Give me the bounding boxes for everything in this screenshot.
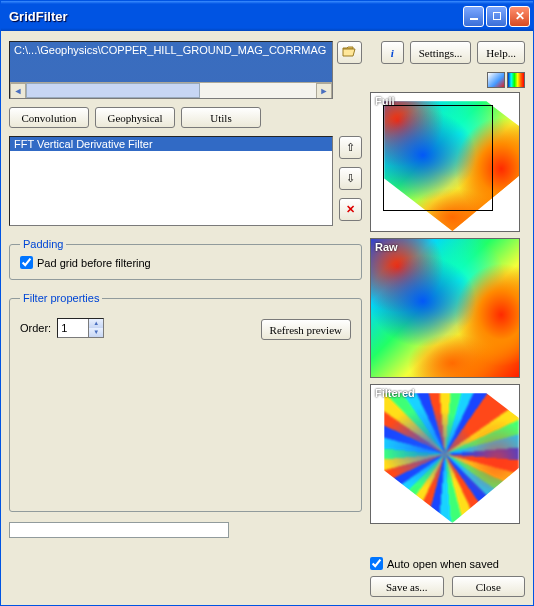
utils-tab-button[interactable]: Utils xyxy=(181,107,261,128)
move-filter-up-button[interactable]: ⇧ xyxy=(339,136,362,159)
folder-open-icon xyxy=(342,45,357,60)
order-label: Order: xyxy=(20,322,51,334)
preview-raw[interactable]: Raw xyxy=(370,238,520,378)
preview-filtered-label: Filtered xyxy=(375,387,415,399)
order-spinner[interactable]: ▲ ▼ xyxy=(57,318,104,338)
spinner-up-button[interactable]: ▲ xyxy=(88,319,103,328)
palette-button[interactable] xyxy=(507,72,525,88)
refresh-preview-button[interactable]: Refresh preview xyxy=(261,319,351,340)
info-button[interactable]: i xyxy=(381,41,404,64)
auto-open-label: Auto open when saved xyxy=(387,558,499,570)
filter-list-item[interactable]: FFT Vertical Derivative Filter xyxy=(10,137,332,151)
padding-group: Padding Pad grid before filtering xyxy=(9,238,362,280)
remove-filter-button[interactable]: ✕ xyxy=(339,198,362,221)
pad-grid-label: Pad grid before filtering xyxy=(37,257,151,269)
scroll-track[interactable] xyxy=(26,83,316,98)
preview-raw-label: Raw xyxy=(375,241,398,253)
auto-open-row[interactable]: Auto open when saved xyxy=(370,557,525,570)
geophysical-tab-button[interactable]: Geophysical xyxy=(95,107,175,128)
progress-bar xyxy=(9,522,229,538)
histogram-stretch-button[interactable] xyxy=(487,72,505,88)
applied-filters-list[interactable]: FFT Vertical Derivative Filter xyxy=(9,136,333,226)
maximize-button[interactable] xyxy=(486,6,507,27)
scroll-left-arrow-icon[interactable]: ◄ xyxy=(10,83,26,99)
minimize-button[interactable] xyxy=(463,6,484,27)
open-file-button[interactable] xyxy=(337,41,362,64)
window-title: GridFilter xyxy=(9,9,461,24)
horizontal-scrollbar[interactable]: ◄ ► xyxy=(10,82,332,98)
order-input[interactable] xyxy=(58,319,88,337)
padding-legend: Padding xyxy=(20,238,66,250)
titlebar: GridFilter ✕ xyxy=(1,1,533,31)
delete-x-icon: ✕ xyxy=(346,203,355,216)
arrow-up-icon: ⇧ xyxy=(346,141,355,154)
filter-properties-legend: Filter properties xyxy=(20,292,102,304)
scroll-right-arrow-icon[interactable]: ► xyxy=(316,83,332,99)
pad-grid-checkbox-row[interactable]: Pad grid before filtering xyxy=(20,256,351,269)
move-filter-down-button[interactable]: ⇩ xyxy=(339,167,362,190)
close-button[interactable]: Close xyxy=(452,576,526,597)
filter-properties-group: Filter properties Order: ▲ ▼ Refresh pre… xyxy=(9,292,362,512)
settings-button[interactable]: Settings... xyxy=(410,41,472,64)
convolution-tab-button[interactable]: Convolution xyxy=(9,107,89,128)
pad-grid-checkbox[interactable] xyxy=(20,256,33,269)
save-as-button[interactable]: Save as... xyxy=(370,576,444,597)
preview-full[interactable]: Full xyxy=(370,92,520,232)
window-close-button[interactable]: ✕ xyxy=(509,6,530,27)
file-path-item[interactable]: C:\...\Geophysics\COPPER_HILL_GROUND_MAG… xyxy=(10,42,332,58)
arrow-down-icon: ⇩ xyxy=(346,172,355,185)
auto-open-checkbox[interactable] xyxy=(370,557,383,570)
preview-filtered[interactable]: Filtered xyxy=(370,384,520,524)
scroll-thumb[interactable] xyxy=(26,83,200,98)
preview-full-label: Full xyxy=(375,95,395,107)
file-path-list[interactable]: C:\...\Geophysics\COPPER_HILL_GROUND_MAG… xyxy=(9,41,333,99)
help-button[interactable]: Help... xyxy=(477,41,525,64)
preview-extent-box[interactable] xyxy=(383,105,493,211)
info-icon: i xyxy=(391,47,394,59)
spinner-down-button[interactable]: ▼ xyxy=(88,328,103,337)
